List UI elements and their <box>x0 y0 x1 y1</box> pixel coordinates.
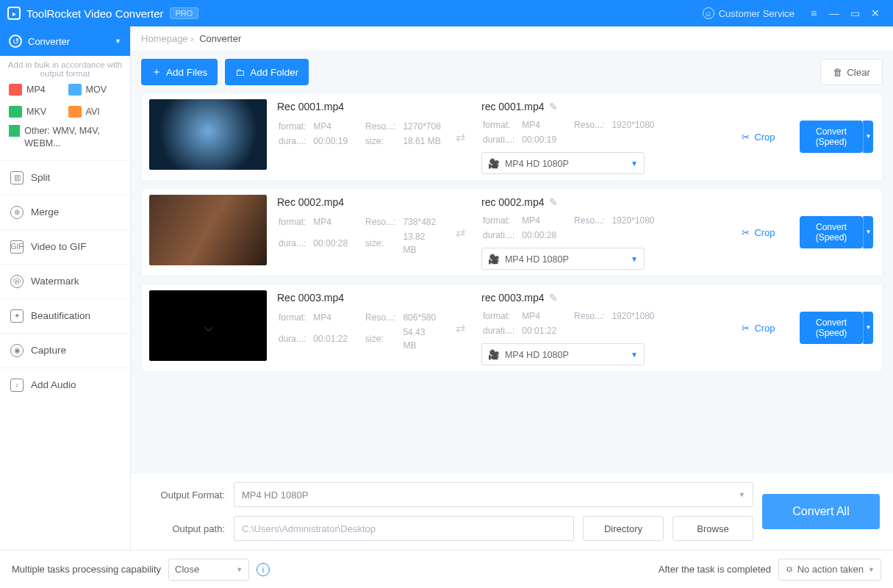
output-path-input[interactable]: C:\Users\Administrator\Desktop <box>234 516 574 541</box>
sidebar-item-merge[interactable]: ⊕Merge <box>0 195 130 229</box>
file-row: Rec 0002.mp4format:MP4Reso...:738*482dur… <box>141 188 883 276</box>
pro-badge: PRO <box>170 7 199 19</box>
statusbar: Multiple tasks processing capability Clo… <box>0 550 893 588</box>
file-list: Rec 0001.mp4format:MP4Reso...:1270*708du… <box>131 93 893 473</box>
shuffle-icon[interactable]: ⇄ <box>449 195 471 270</box>
add-folder-button[interactable]: 🗀Add Folder <box>225 59 309 85</box>
headset-icon: ☺ <box>703 7 714 19</box>
sidebar-item-icon: ♪ <box>10 379 24 392</box>
add-files-button[interactable]: ＋Add Files <box>141 59 218 85</box>
chevron-down-icon: ▼ <box>236 566 243 573</box>
maximize-button[interactable]: ▭ <box>844 7 865 19</box>
crop-button[interactable]: ✂Crop <box>729 99 788 174</box>
sidebar-item-add-audio[interactable]: ♪Add Audio <box>0 368 130 402</box>
format-avi[interactable]: AVI <box>68 106 122 118</box>
format-mov[interactable]: MOV <box>68 84 122 96</box>
file-icon <box>9 84 22 96</box>
converter-icon: ↺ <box>9 35 22 48</box>
customer-service-link[interactable]: ☺ Customer Service <box>703 7 795 19</box>
menu-icon[interactable]: ≡ <box>803 7 824 19</box>
source-filename: Rec 0003.mp4 <box>277 292 439 304</box>
shuffle-icon[interactable]: ⇄ <box>449 99 471 174</box>
sidebar-item-icon: GIF <box>10 240 24 254</box>
after-task-select[interactable]: ⛭ No action taken▼ <box>778 559 881 581</box>
scissors-icon: ✂ <box>742 132 750 143</box>
source-filename: Rec 0001.mp4 <box>277 101 439 112</box>
shuffle-icon[interactable]: ⇄ <box>449 290 471 365</box>
dest-info: rec 0003.mp4✎format:MP4Reso...:1920*1080… <box>481 290 719 365</box>
edit-icon[interactable]: ✎ <box>549 292 558 304</box>
chevron-down-icon: ▼ <box>739 491 745 498</box>
output-format-select[interactable]: MP4 HD 1080P▼ <box>234 482 753 507</box>
breadcrumb-root[interactable]: Homepage <box>141 33 188 44</box>
format-mkv[interactable]: MKV <box>9 106 62 118</box>
profile-select[interactable]: 🎥 MP4 HD 1080P▼ <box>481 343 645 365</box>
convert-all-button[interactable]: Convert All <box>762 494 880 529</box>
info-icon[interactable]: i <box>257 563 270 576</box>
breadcrumb: Homepage › Converter <box>131 26 893 51</box>
sidebar-item-icon: ✦ <box>10 309 24 323</box>
plus-icon: ＋ <box>151 65 162 79</box>
file-icon <box>68 106 82 118</box>
output-bar: Output Format: MP4 HD 1080P▼ Convert All… <box>131 473 893 550</box>
multi-task-label: Multiple tasks processing capability <box>12 564 161 575</box>
source-info: Rec 0001.mp4format:MP4Reso...:1270*708du… <box>277 99 439 174</box>
edit-icon[interactable]: ✎ <box>549 196 558 208</box>
chevron-down-icon: ▼ <box>631 255 638 263</box>
scissors-icon: ✂ <box>742 323 750 334</box>
customer-service-label: Customer Service <box>719 8 795 19</box>
crop-button[interactable]: ✂Crop <box>729 195 788 270</box>
directory-button[interactable]: Directory <box>583 516 664 541</box>
chevron-down-icon[interactable]: ▼ <box>863 216 873 248</box>
close-button[interactable]: ✕ <box>865 7 886 19</box>
camera-icon: 🎥 <box>488 159 500 169</box>
convert-button[interactable]: Convert(Speed)▼ <box>800 121 863 153</box>
file-icon <box>68 84 82 96</box>
sidebar-mode-label: Converter <box>28 36 70 47</box>
dest-info: rec 0002.mp4✎format:MP4Reso...:1920*1080… <box>481 195 719 270</box>
edit-icon[interactable]: ✎ <box>549 101 558 112</box>
chevron-down-icon: ▼ <box>115 37 121 45</box>
folder-icon: 🗀 <box>235 67 245 78</box>
content: Homepage › Converter ＋Add Files 🗀Add Fol… <box>131 26 893 550</box>
dest-filename: rec 0003.mp4 <box>481 292 545 304</box>
chevron-down-icon[interactable]: ▼ <box>863 121 873 153</box>
multi-task-select[interactable]: Close▼ <box>168 559 249 581</box>
minimize-button[interactable]: — <box>824 7 844 19</box>
sidebar-item-capture[interactable]: ◉Capture <box>0 333 130 368</box>
sidebar-item-split[interactable]: ▥Split <box>0 160 130 195</box>
chevron-down-icon: ▼ <box>631 351 638 359</box>
thumbnail[interactable]: ◡ <box>149 290 267 361</box>
chevron-down-icon: ▼ <box>868 566 875 573</box>
sidebar-item-beautification[interactable]: ✦Beautification <box>0 298 130 333</box>
profile-select[interactable]: 🎥 MP4 HD 1080P▼ <box>481 152 645 174</box>
sidebar-item-watermark[interactable]: ⓌWatermark <box>0 264 130 298</box>
trash-icon: 🗑 <box>833 67 842 78</box>
after-task-label: After the task is completed <box>659 564 771 575</box>
file-icon <box>9 106 22 118</box>
clear-button[interactable]: 🗑Clear <box>820 59 883 85</box>
dest-info: rec 0001.mp4✎format:MP4Reso...:1920*1080… <box>481 99 719 174</box>
camera-icon: 🎥 <box>488 254 500 265</box>
convert-button[interactable]: Convert(Speed)▼ <box>800 312 863 344</box>
crop-button[interactable]: ✂Crop <box>729 290 788 365</box>
source-filename: Rec 0002.mp4 <box>277 196 439 208</box>
thumbnail[interactable] <box>149 99 267 170</box>
browse-button[interactable]: Browse <box>673 516 753 541</box>
profile-select[interactable]: 🎥 MP4 HD 1080P▼ <box>481 248 645 270</box>
chevron-down-icon[interactable]: ▼ <box>863 312 873 344</box>
format-other[interactable]: Other: WMV, M4V, WEBM... <box>0 125 130 160</box>
output-format-label: Output Format: <box>144 490 225 501</box>
sidebar-note: Add in bulk in accordance with output fo… <box>0 56 130 84</box>
source-info: Rec 0002.mp4format:MP4Reso...:738*482dur… <box>277 195 439 270</box>
chevron-down-icon: ▼ <box>631 159 638 168</box>
sidebar: ↺Converter ▼ Add in bulk in accordance w… <box>0 26 131 550</box>
app-icon: ▸ <box>7 7 21 20</box>
thumbnail[interactable] <box>149 195 267 265</box>
sidebar-mode-selector[interactable]: ↺Converter ▼ <box>0 26 130 56</box>
sidebar-item-icon: ◉ <box>10 344 24 357</box>
dest-filename: rec 0001.mp4 <box>481 101 545 112</box>
convert-button[interactable]: Convert(Speed)▼ <box>800 216 863 248</box>
sidebar-item-video-to-gif[interactable]: GIFVideo to GIF <box>0 229 130 264</box>
format-mp4[interactable]: MP4 <box>9 84 62 96</box>
